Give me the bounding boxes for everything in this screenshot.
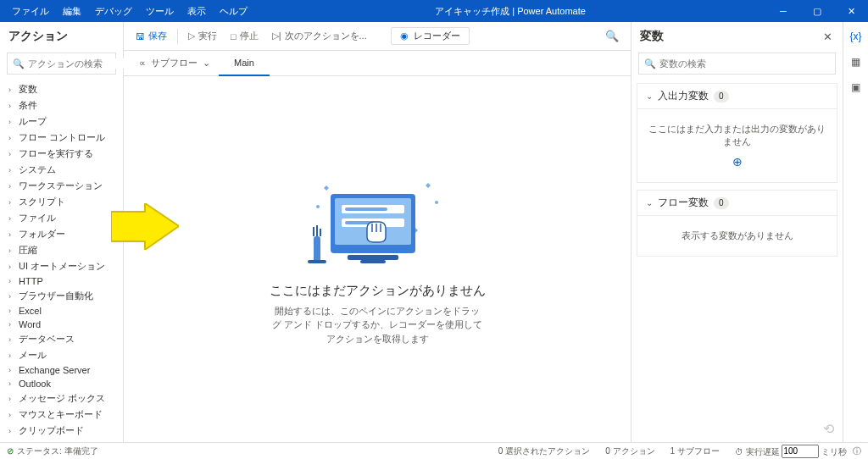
svg-point-1 [316, 205, 320, 208]
chevron-right-icon: › [8, 379, 15, 388]
run-delay-input[interactable] [782, 445, 819, 458]
action-group-label: データベース [19, 333, 75, 346]
status-ready: ⊘ ステータス: 準備完了 [7, 445, 98, 457]
main-column: 🖫 保存 ▷ 実行 □ 停止 ▷| 次のアクションを... ◉ レコーダー [124, 22, 631, 442]
variables-footer-icon[interactable]: ⟲ [632, 416, 843, 442]
side-rail: {x} ▦ ▣ [843, 22, 868, 442]
io-variables-count: 0 [714, 91, 729, 102]
svg-rect-15 [360, 260, 386, 263]
chevron-right-icon: › [8, 198, 15, 207]
action-group[interactable]: ›クリップボード [0, 423, 123, 439]
action-group[interactable]: ›テキスト [0, 439, 123, 442]
chevron-right-icon: › [8, 320, 15, 329]
flow-variables-header[interactable]: ⌄ フロー変数 0 [637, 190, 837, 216]
run-button[interactable]: ▷ 実行 [183, 25, 222, 48]
action-group[interactable]: ›スクリプト [0, 194, 123, 210]
menu-help[interactable]: ヘルプ [213, 0, 254, 22]
action-group[interactable]: ›フローを実行する [0, 146, 123, 162]
rail-variables-icon[interactable]: {x} [849, 29, 864, 44]
actions-sidebar-title: アクション [0, 22, 123, 47]
action-group-label: フォルダー [19, 228, 65, 241]
action-group[interactable]: ›ループ [0, 113, 123, 130]
actions-search[interactable]: 🔍 [7, 53, 116, 75]
action-group[interactable]: ›UI オートメーション [0, 258, 123, 274]
canvas-search-button[interactable]: 🔍 [600, 30, 624, 42]
rail-ui-elements-icon[interactable]: ▦ [849, 54, 864, 69]
action-group[interactable]: ›ファイル [0, 210, 123, 226]
window-title: アイキャッチ作成 | Power Automate [254, 5, 766, 18]
menu-bar: ファイル 編集 デバッグ ツール 表示 ヘルプ [0, 0, 254, 22]
action-group-label: スクリプト [19, 196, 65, 208]
subflows-dropdown[interactable]: ∝ サブフロー ⌄ [131, 51, 219, 76]
variables-panel-close[interactable]: ✕ [820, 30, 836, 43]
minimize-button[interactable]: ─ [766, 0, 800, 22]
rail-images-icon[interactable]: ▣ [849, 80, 864, 95]
flow-variables-title: フロー変数 [658, 196, 709, 210]
variables-search-input[interactable] [659, 58, 830, 69]
action-group[interactable]: ›システム [0, 162, 123, 178]
action-group[interactable]: ›メッセージ ボックス [0, 390, 123, 406]
chevron-right-icon: › [8, 230, 15, 239]
action-group-label: ブラウザー自動化 [19, 290, 93, 302]
step-button[interactable]: ▷| 次のアクションを... [267, 25, 372, 48]
variables-search[interactable]: 🔍 [638, 53, 836, 75]
tab-main[interactable]: Main [219, 51, 270, 76]
recorder-button[interactable]: ◉ レコーダー [391, 27, 470, 45]
action-group[interactable]: ›圧縮 [0, 242, 123, 258]
stop-icon: □ [231, 31, 236, 41]
menu-edit[interactable]: 編集 [56, 0, 88, 22]
step-label: 次のアクションを... [285, 30, 367, 42]
action-group[interactable]: ›HTTP [0, 274, 123, 288]
save-button[interactable]: 🖫 保存 [131, 25, 172, 48]
search-icon: 🔍 [605, 30, 619, 42]
menu-debug[interactable]: デバッグ [88, 0, 139, 22]
action-group[interactable]: ›Word [0, 318, 123, 331]
record-icon: ◉ [400, 30, 409, 41]
svg-rect-3 [314, 236, 320, 262]
info-icon[interactable]: ⓘ [853, 446, 861, 456]
action-group[interactable]: ›Exchange Server [0, 363, 123, 377]
action-group-label: Excel [19, 306, 42, 316]
action-group-label: UI オートメーション [19, 260, 105, 273]
action-group[interactable]: ›変数 [0, 81, 123, 97]
action-group[interactable]: ›フォルダー [0, 226, 123, 242]
add-io-variable-button[interactable]: ⊕ [646, 155, 828, 169]
window-controls: ─ ▢ ✕ [766, 0, 868, 22]
chevron-down-icon: ⌄ [203, 58, 210, 69]
action-group[interactable]: ›フロー コントロール [0, 130, 123, 146]
action-group[interactable]: ›メール [0, 347, 123, 363]
actions-tree[interactable]: ›変数›条件›ループ›フロー コントロール›フローを実行する›システム›ワークス… [0, 80, 123, 442]
chevron-right-icon: › [8, 411, 15, 419]
action-group[interactable]: ›ブラウザー自動化 [0, 288, 123, 304]
action-group-label: フロー コントロール [19, 131, 105, 144]
run-delay: ⏱ 実行遅延 ミリ秒 ⓘ [735, 445, 861, 458]
action-group[interactable]: ›Excel [0, 304, 123, 318]
action-group[interactable]: ›マウスとキーボード [0, 406, 123, 423]
clock-icon: ⏱ [735, 446, 743, 456]
action-group[interactable]: ›条件 [0, 97, 123, 113]
action-group[interactable]: ›データベース [0, 331, 123, 347]
chevron-right-icon: › [8, 214, 15, 223]
flow-variables-body: 表示する変数がありません [637, 216, 837, 257]
close-button[interactable]: ✕ [834, 0, 868, 22]
chevron-down-icon: ⌄ [646, 91, 653, 101]
maximize-button[interactable]: ▢ [800, 0, 834, 22]
action-group[interactable]: ›ワークステーション [0, 178, 123, 194]
chevron-right-icon: › [8, 86, 15, 94]
io-variables-header[interactable]: ⌄ 入出力変数 0 [637, 83, 837, 109]
flow-canvas[interactable]: ここにはまだアクションがありません 開始するには、このペインにアクションをドラッ… [124, 76, 631, 442]
action-group-label: 変数 [19, 83, 37, 96]
chevron-right-icon: › [8, 277, 15, 285]
subflows-icon: ∝ [139, 58, 146, 69]
menu-tools[interactable]: ツール [139, 0, 181, 22]
io-variables-body: ここにはまだ入力または出力の変数がありません ⊕ [637, 109, 837, 183]
action-group-label: Exchange Server [19, 365, 90, 375]
status-subflows: 1 サブフロー [670, 445, 720, 457]
run-label: 実行 [198, 30, 217, 42]
status-selected: 0 選択されたアクション [498, 445, 590, 457]
menu-view[interactable]: 表示 [181, 0, 213, 22]
menu-file[interactable]: ファイル [5, 0, 56, 22]
action-group-label: メール [19, 349, 47, 362]
stop-button[interactable]: □ 停止 [225, 25, 264, 48]
action-group[interactable]: ›Outlook [0, 377, 123, 390]
